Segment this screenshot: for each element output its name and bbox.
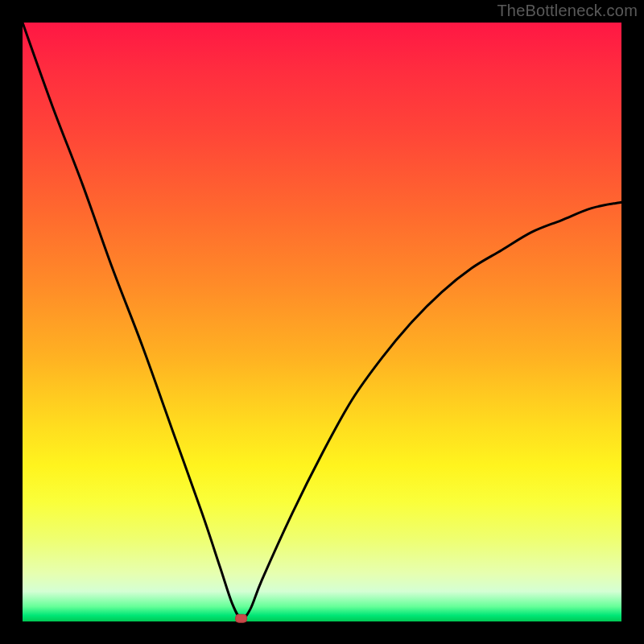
bottleneck-curve — [23, 23, 621, 618]
chart-frame: TheBottleneck.com — [0, 0, 644, 644]
minimum-marker — [236, 614, 247, 622]
chart-svg — [23, 23, 621, 621]
watermark-text: TheBottleneck.com — [497, 2, 638, 20]
